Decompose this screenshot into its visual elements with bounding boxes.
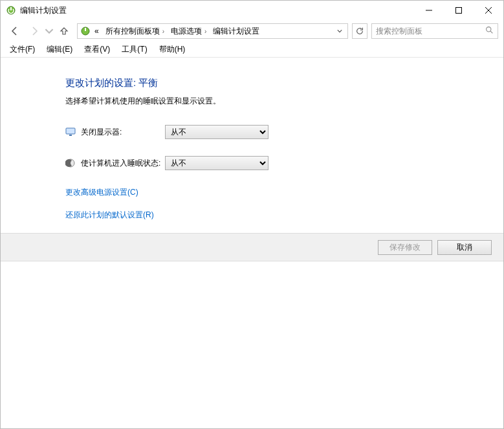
close-button[interactable] <box>474 1 503 20</box>
menu-view[interactable]: 查看(V) <box>79 43 115 56</box>
chevron-left-icon: « <box>94 27 99 36</box>
page-heading: 更改计划的设置: 平衡 <box>65 77 503 89</box>
monitor-icon <box>65 127 76 137</box>
setting-sleep: 使计算机进入睡眠状态: 从不 <box>65 156 503 170</box>
window-title: 编辑计划设置 <box>20 5 67 16</box>
svg-point-5 <box>487 27 491 32</box>
content: 更改计划的设置: 平衡 选择希望计算机使用的睡眠设置和显示设置。 关闭显示器: … <box>1 58 503 221</box>
sleep-select[interactable]: 从不 <box>165 156 268 170</box>
titlebar: 编辑计划设置 <box>1 1 503 20</box>
menu-help[interactable]: 帮助(H) <box>154 43 191 56</box>
address-dropdown[interactable] <box>334 27 345 36</box>
svg-rect-6 <box>66 128 75 134</box>
navbar: « 所有控制面板项› 电源选项› 编辑计划设置 <box>1 20 503 42</box>
up-button[interactable] <box>55 22 73 40</box>
svg-rect-4 <box>85 28 86 31</box>
save-button[interactable]: 保存修改 <box>378 240 432 255</box>
svg-rect-2 <box>456 8 462 14</box>
back-button[interactable] <box>6 22 24 40</box>
search-icon[interactable] <box>485 26 494 36</box>
link-advanced-power-settings[interactable]: 更改高级电源设置(C) <box>65 188 138 197</box>
svg-rect-7 <box>69 135 72 136</box>
cancel-button[interactable]: 取消 <box>437 240 492 255</box>
recent-dropdown[interactable] <box>45 22 54 40</box>
link-restore-defaults[interactable]: 还原此计划的默认设置(R) <box>65 210 154 219</box>
search-box[interactable] <box>371 23 498 39</box>
power-icon <box>80 26 91 36</box>
search-input[interactable] <box>376 27 485 36</box>
setting-turn-off-display: 关闭显示器: 从不 <box>65 125 503 139</box>
breadcrumb-prefix[interactable]: « <box>92 25 102 37</box>
action-bar: 保存修改 取消 <box>1 233 503 261</box>
forward-button[interactable] <box>25 22 43 40</box>
breadcrumb-item-power[interactable]: 电源选项› <box>168 25 209 38</box>
breadcrumb-item-edit-plan[interactable]: 编辑计划设置 <box>210 25 262 38</box>
menu-tools[interactable]: 工具(T) <box>116 43 152 56</box>
page-subtitle: 选择希望计算机使用的睡眠设置和显示设置。 <box>65 96 503 107</box>
chevron-right-icon: › <box>204 28 206 35</box>
menu-file[interactable]: 文件(F) <box>5 43 40 56</box>
minimize-button[interactable] <box>414 1 444 20</box>
maximize-button[interactable] <box>444 1 474 20</box>
link-restore-row: 还原此计划的默认设置(R) <box>65 210 503 221</box>
menubar: 文件(F) 编辑(E) 查看(V) 工具(T) 帮助(H) <box>1 42 503 58</box>
link-advanced-row: 更改高级电源设置(C) <box>65 187 503 198</box>
moon-icon <box>65 158 76 168</box>
address-bar[interactable]: « 所有控制面板项› 电源选项› 编辑计划设置 <box>77 23 348 39</box>
turn-off-display-label: 关闭显示器: <box>81 127 165 138</box>
svg-rect-1 <box>10 7 12 10</box>
app-icon <box>6 5 16 16</box>
sleep-label: 使计算机进入睡眠状态: <box>81 158 165 169</box>
breadcrumb-item-all[interactable]: 所有控制面板项› <box>103 25 167 38</box>
chevron-right-icon: › <box>162 28 164 35</box>
menu-edit[interactable]: 编辑(E) <box>41 43 78 56</box>
refresh-button[interactable] <box>352 23 367 39</box>
turn-off-display-select[interactable]: 从不 <box>165 125 268 139</box>
